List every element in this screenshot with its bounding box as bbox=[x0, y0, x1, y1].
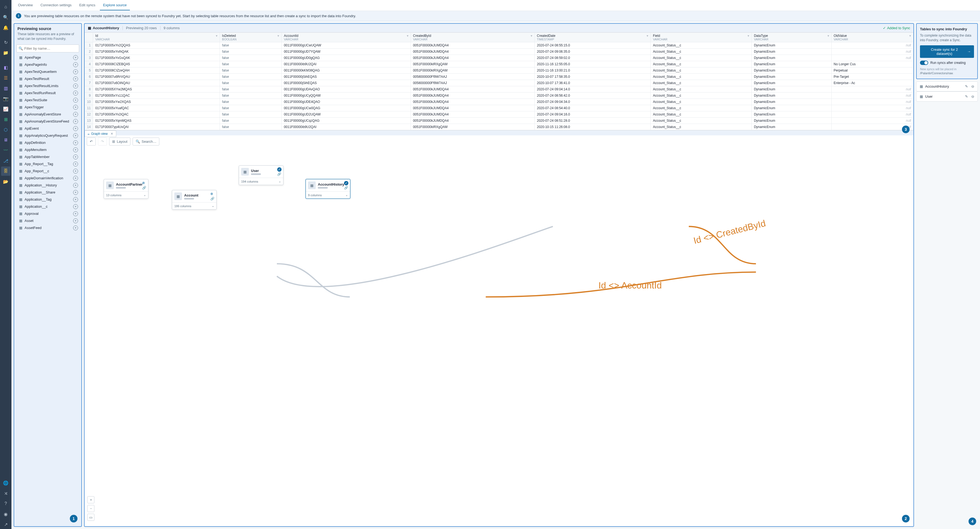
rail-globe-icon[interactable]: 🌐 bbox=[1, 478, 10, 488]
table-cell[interactable]: Enterprise - Ac bbox=[831, 80, 913, 86]
resource-item[interactable]: ▦ApexPage+ bbox=[14, 54, 81, 61]
table-cell[interactable]: Account_Status__c bbox=[651, 61, 752, 67]
resource-list[interactable]: ▦ApexPage+▦ApexPageInfo+▦ApexTestQueueIt… bbox=[14, 54, 81, 526]
table-cell[interactable]: false bbox=[220, 105, 282, 112]
graph-node-accounthistory[interactable]: ▦AccountHistory✓🔗9 columns⌄ bbox=[305, 179, 350, 199]
resource-item[interactable]: ▦App_Report__Tag+ bbox=[14, 161, 81, 167]
table-cell[interactable]: 0058000000Ff9W7AAJ bbox=[410, 80, 535, 86]
zoom-in-button[interactable]: ＋ bbox=[87, 496, 94, 504]
add-resource-button[interactable]: + bbox=[73, 133, 78, 138]
chevron-down-icon[interactable]: ⌄ bbox=[212, 204, 214, 208]
table-cell[interactable]: Account_Status__c bbox=[651, 80, 752, 86]
table-cell[interactable]: 2020-07-24 08:55:15.0 bbox=[535, 42, 651, 49]
table-cell[interactable]: Account_Status__c bbox=[651, 130, 752, 131]
table-cell[interactable]: 0171F00005xYuafQAC bbox=[93, 105, 220, 112]
graph-node-accountpartner[interactable]: ▦AccountPartner⊕🔗13 columns⌄ bbox=[104, 179, 148, 199]
table-cell[interactable]: 0051F00000kJUMDQA4 bbox=[410, 49, 535, 55]
resource-item[interactable]: ▦Application__History+ bbox=[14, 182, 81, 189]
table-cell[interactable]: DynamicEnum bbox=[752, 105, 831, 112]
tab-overview[interactable]: Overview bbox=[15, 0, 36, 10]
table-cell[interactable]: 0011F00000jSihEQAS bbox=[282, 80, 410, 86]
add-icon[interactable]: ⊕ bbox=[142, 181, 146, 185]
table-cell[interactable]: 0011F00000ib9U2QAI bbox=[282, 61, 410, 67]
add-resource-button[interactable]: + bbox=[73, 218, 78, 223]
table-cell[interactable]: 2020-11-16 12:55:05.0 bbox=[535, 61, 651, 67]
rail-folder-icon[interactable]: 📁 bbox=[1, 48, 10, 57]
table-cell[interactable]: 2020-07-24 08:51:28.0 bbox=[535, 118, 651, 124]
resource-item[interactable]: ▦ApexTrigger+ bbox=[14, 104, 81, 111]
table-cell[interactable]: null bbox=[831, 42, 913, 49]
resource-item[interactable]: ▦Application__c+ bbox=[14, 203, 81, 210]
table-cell[interactable]: false bbox=[220, 49, 282, 55]
table-cell[interactable]: Account_Status__c bbox=[651, 55, 752, 61]
table-cell[interactable]: DynamicEnum bbox=[752, 86, 831, 92]
column-header[interactable]: Id ▾VARCHAR bbox=[93, 33, 220, 42]
rail-bell-icon[interactable]: 🔔 bbox=[1, 23, 10, 32]
table-cell[interactable]: DynamicEnum bbox=[752, 55, 831, 61]
rail-branch-icon[interactable]: ⎇ bbox=[1, 156, 10, 166]
table-cell[interactable]: 2020-07-24 09:04:34.0 bbox=[535, 99, 651, 105]
table-cell[interactable]: DynamicEnum bbox=[752, 67, 831, 74]
resource-item[interactable]: ▦AppDefinition+ bbox=[14, 139, 81, 146]
add-resource-button[interactable]: + bbox=[73, 211, 78, 216]
table-cell[interactable]: false bbox=[220, 124, 282, 130]
column-header[interactable]: AccountId ▾VARCHAR bbox=[282, 33, 410, 42]
rail-app-icon[interactable]: ◧ bbox=[1, 63, 10, 72]
zoom-fit-button[interactable]: ▭ bbox=[87, 514, 94, 521]
table-cell[interactable]: 0011F00000gUCw0QAG bbox=[282, 105, 410, 112]
table-cell[interactable]: 0011F00000gUD2UQAW bbox=[282, 112, 410, 118]
table-cell[interactable]: 2020-07-24 09:06:35.0 bbox=[535, 49, 651, 55]
table-cell[interactable]: Pre-Target bbox=[831, 74, 913, 80]
table-cell[interactable]: 0051F00000klRXgQAM bbox=[410, 124, 535, 130]
table-cell[interactable]: false bbox=[220, 99, 282, 105]
add-resource-button[interactable]: + bbox=[73, 183, 78, 188]
resource-item[interactable]: ▦ApiEvent+ bbox=[14, 125, 81, 132]
rail-shuffle-icon[interactable]: ⤨ bbox=[1, 489, 10, 498]
add-resource-button[interactable]: + bbox=[73, 190, 78, 195]
table-cell[interactable]: 0171F00005xYvGsQAK bbox=[93, 55, 220, 61]
resource-item[interactable]: ▦AppleDomainVerification+ bbox=[14, 175, 81, 182]
table-cell[interactable]: 0051F00000kJUMDQA4 bbox=[410, 86, 535, 92]
link-icon[interactable]: 🔗 bbox=[344, 186, 348, 190]
add-resource-button[interactable]: + bbox=[73, 162, 78, 167]
table-cell[interactable]: 0011F00000gUDE4QAO bbox=[282, 99, 410, 105]
table-cell[interactable]: 0011F00000gUCwUQAW bbox=[282, 42, 410, 49]
rail-help-icon[interactable]: ? bbox=[1, 499, 10, 508]
rail-database-icon[interactable]: 🗄 bbox=[1, 167, 10, 176]
table-cell[interactable]: 2020-07-24 08:56:42.0 bbox=[535, 92, 651, 99]
column-header[interactable]: CreatedDate ▾TIMESTAMP bbox=[535, 33, 651, 42]
table-cell[interactable]: Account_Status__c bbox=[651, 49, 752, 55]
table-cell[interactable]: false bbox=[220, 67, 282, 74]
undo-button[interactable]: ↶ bbox=[87, 137, 96, 145]
table-cell[interactable]: false bbox=[220, 118, 282, 124]
rail-home-icon[interactable]: ⌂ bbox=[1, 2, 10, 11]
add-resource-button[interactable]: + bbox=[73, 112, 78, 117]
table-cell[interactable]: DynamicEnum bbox=[752, 118, 831, 124]
table-cell[interactable]: 2020-11-16 13:00:21.0 bbox=[535, 67, 651, 74]
column-header[interactable]: Field ▾VARCHAR bbox=[651, 33, 752, 42]
chevron-down-icon[interactable]: ⌄ bbox=[345, 193, 348, 197]
add-resource-button[interactable]: + bbox=[73, 69, 78, 74]
resource-item[interactable]: ▦ApexTestSuite+ bbox=[14, 97, 81, 104]
resource-item[interactable]: ▦Application__Tag+ bbox=[14, 196, 81, 203]
table-cell[interactable]: 0171F00008CIZzeQAH bbox=[93, 67, 220, 74]
add-resource-button[interactable]: + bbox=[73, 147, 78, 152]
add-resource-button[interactable]: + bbox=[73, 105, 78, 110]
chevron-down-icon[interactable]: ⌄ bbox=[278, 180, 281, 183]
tab-connection-settings[interactable]: Connection settings bbox=[37, 0, 75, 10]
add-resource-button[interactable]: + bbox=[73, 169, 78, 174]
resource-item[interactable]: ▦App_Report__c+ bbox=[14, 167, 81, 175]
tab-explore-source[interactable]: Explore source bbox=[100, 0, 130, 10]
rail-camera-icon[interactable]: 📷 bbox=[1, 94, 10, 103]
graph-view-tab[interactable]: ⏛ Graph view ✕ bbox=[84, 131, 116, 137]
table-cell[interactable]: 0051F00000kJUMDQA4 bbox=[410, 99, 535, 105]
add-resource-button[interactable]: + bbox=[73, 204, 78, 209]
column-header[interactable]: DataType ▾VARCHAR bbox=[752, 33, 831, 42]
table-cell[interactable]: 0051F00000kJUMDQA4 bbox=[410, 92, 535, 99]
table-cell[interactable]: false bbox=[220, 130, 282, 131]
table-cell[interactable]: Account_Status__c bbox=[651, 92, 752, 99]
table-cell[interactable]: null bbox=[831, 112, 913, 118]
table-cell[interactable]: 2020-07-24 08:54:40.0 bbox=[535, 105, 651, 112]
table-cell[interactable]: Account_Status__c bbox=[651, 86, 752, 92]
table-cell[interactable]: 0011F00000gUD7YQAW bbox=[282, 49, 410, 55]
